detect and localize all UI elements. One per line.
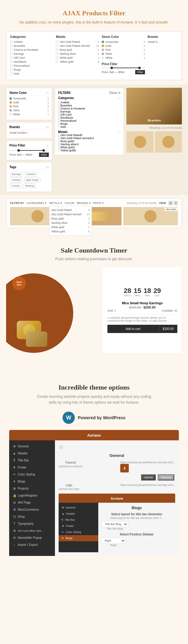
tag-style[interactable]: Style Guide xyxy=(24,178,40,182)
sidebar-projects[interactable]: ⊞ Projects xyxy=(9,485,55,492)
cat-item[interactable]: Sets xyxy=(10,72,53,75)
stone-item[interactable]: Gold1 xyxy=(102,44,145,47)
grid-view-icon[interactable]: ⊞ xyxy=(168,201,173,205)
popup-cat[interactable]: Anklets xyxy=(58,101,121,104)
titlebar-select[interactable]: Title Bar Blog xyxy=(101,521,128,527)
price-panel: Price Filter — Price: $40 — $550 Filter xyxy=(6,140,52,160)
admin-header: Auriane xyxy=(9,430,179,440)
stone-item[interactable]: Amazonite1 xyxy=(102,40,145,43)
popup-metal[interactable]: Sterling silver3 xyxy=(58,143,121,146)
nested-color[interactable]: ✏ Color Styling xyxy=(59,529,98,535)
nested-titlebar[interactable]: ¶ Title Bar xyxy=(59,517,98,523)
stone-item[interactable]: White1 xyxy=(102,56,145,59)
metal-item[interactable]: 18ct Gold Plated5 xyxy=(56,40,99,43)
brands-dropdown[interactable]: BRANDS ▾ xyxy=(77,202,91,205)
popup-cat[interactable]: Personalized xyxy=(58,119,121,122)
stone-item[interactable]: Silver1 xyxy=(9,109,49,112)
sidebar-shop[interactable]: 🛒 Shop xyxy=(9,513,55,520)
categories-dropdown[interactable]: CATEGORIES ▾ xyxy=(27,202,47,205)
popup-metal[interactable]: 18ct Gold Plated Vermeil13 xyxy=(58,137,121,140)
popup-cat[interactable]: Necklaces xyxy=(58,116,121,119)
stone-item[interactable]: Amazonite1 xyxy=(9,97,49,100)
nested-footer[interactable]: ▼ Footer xyxy=(59,523,98,529)
list-view-icon[interactable]: ≡ xyxy=(174,201,178,205)
metal-option[interactable]: 18ct Gold Plated5 xyxy=(51,208,90,212)
filter-btn-2[interactable]: Filter xyxy=(39,153,49,157)
metal-option[interactable]: Yellow gold6 xyxy=(51,229,90,234)
metal-item[interactable]: 18ct Gold Plated Vermeil11 xyxy=(56,44,99,47)
tag-trends[interactable]: Trends xyxy=(10,183,21,188)
popup-metal[interactable]: White gold1 xyxy=(58,146,121,149)
cat-item[interactable]: Anklets xyxy=(10,40,53,43)
tag-earrings[interactable]: Earrings xyxy=(10,172,23,176)
tag-fashion[interactable]: Fashion xyxy=(25,172,37,176)
sidebar-woo[interactable]: ⚙ WooCommerce xyxy=(9,506,55,513)
sidebar-typography[interactable]: T Typography xyxy=(9,520,55,527)
sidebar-header[interactable]: ▲ Header xyxy=(9,450,55,457)
nested-general[interactable]: ⚙ General xyxy=(59,505,98,511)
cat-item[interactable]: Charms & Pendants xyxy=(10,48,53,51)
filter-button[interactable]: Filter xyxy=(135,70,145,74)
tag-jewelry[interactable]: Jewelry xyxy=(10,178,22,182)
nested-header[interactable]: ▲ Header xyxy=(59,511,98,517)
sidebar-api[interactable]: ⚙ API And Other Sett... xyxy=(9,527,55,534)
metal-option[interactable]: White gold1 xyxy=(51,225,90,229)
nested-main: Blogs Select layout for title bar elemen… xyxy=(98,503,175,552)
price-button[interactable]: $200.00 xyxy=(159,325,177,333)
cat-item[interactable]: Personalized xyxy=(10,64,53,67)
sidebar-404[interactable]: ⊟ 404 Page xyxy=(9,499,55,506)
sidebar-position-select[interactable]: Right xyxy=(101,538,126,544)
stone-item[interactable]: Pink2 xyxy=(9,105,49,108)
general-heading: General xyxy=(59,453,175,458)
cat-item[interactable]: Rings xyxy=(10,68,53,71)
popup-cat[interactable]: Gift Card xyxy=(58,113,121,116)
nested-blogs[interactable]: ✦ Blogs xyxy=(59,535,98,541)
cat-item[interactable]: Bracelets xyxy=(10,44,53,47)
sidebar-login[interactable]: 🔒 Login/Register xyxy=(9,492,55,499)
stone-item[interactable]: Gold1 xyxy=(9,101,49,104)
popup-metal[interactable]: 18ct Gold Plated5 xyxy=(58,134,121,137)
metal-item[interactable]: Yellow gold6 xyxy=(56,60,99,63)
add-to-cart-button[interactable]: Add to cart xyxy=(107,325,159,333)
filter-by-label: FILTER BY xyxy=(10,202,24,205)
popup-cat[interactable]: Rings xyxy=(58,122,121,125)
stone-item[interactable]: Silver1 xyxy=(102,52,145,55)
stone-item[interactable]: White1 xyxy=(9,113,49,116)
stone-item[interactable]: Pink2 xyxy=(102,48,145,51)
metals-dropdown[interactable]: METALS ▾ xyxy=(49,202,62,205)
remove-button[interactable]: Remove xyxy=(158,474,174,480)
showing-count: Showing 12 of 50 results xyxy=(126,202,157,205)
metal-item[interactable]: Sterling silver2 xyxy=(56,52,99,55)
tag-working[interactable]: Working xyxy=(23,183,36,188)
sidebar-blogs[interactable]: ✦ Blogs xyxy=(9,478,55,485)
popup-cat[interactable]: Earrings xyxy=(58,110,121,113)
close-button[interactable]: Close ✕ xyxy=(109,91,121,94)
upload-button[interactable]: Upload xyxy=(141,474,156,480)
view-toggle[interactable]: ⊞ ≡ xyxy=(168,201,178,205)
sidebar-titlebar[interactable]: ¶ Title Bar xyxy=(9,457,55,464)
price-dropdown[interactable]: PRICE ▾ xyxy=(93,202,104,205)
popup-metal[interactable]: Rose gold2 xyxy=(58,140,121,143)
metal-option[interactable]: Sterling silver3 xyxy=(51,221,90,225)
admin-body: ⚙ General ▲ Header ¶ Title Bar ▼ Footer … xyxy=(9,440,179,556)
cat-item[interactable]: Gift Card xyxy=(10,56,53,59)
sidebar-general[interactable]: ⚙ General xyxy=(9,443,55,450)
metal-item[interactable]: Rose gold2 xyxy=(56,48,99,51)
cat-item[interactable]: Necklaces xyxy=(10,60,53,63)
popup-cat[interactable]: Charms & Pendants xyxy=(58,107,121,110)
sidebar-footer[interactable]: ▼ Footer xyxy=(9,464,55,471)
sidebar-newsletter[interactable]: ✉ Newsletter Popup xyxy=(9,534,55,541)
cat-item[interactable]: Earrings xyxy=(10,52,53,55)
popup-cat[interactable]: Sets xyxy=(58,125,121,128)
shop-icon: 🛒 xyxy=(13,515,16,518)
metals-label: Metals xyxy=(56,35,99,39)
sidebar-color[interactable]: ✏ Color Styling xyxy=(9,471,55,478)
metal-option[interactable]: Rose gold2 xyxy=(51,217,90,221)
metal-item[interactable]: White gold1 xyxy=(56,56,99,59)
popup-cat[interactable]: Bracelets xyxy=(58,104,121,107)
popup-metal[interactable]: Yellow gold6 xyxy=(58,149,121,152)
brand-item[interactable]: Arieal Gordon 1 xyxy=(9,131,49,134)
sidebar-import[interactable]: ↕ Import / Export xyxy=(9,541,55,548)
metal-option[interactable]: 18ct Gold Plated Vermeil13 xyxy=(51,212,90,217)
color-dropdown[interactable]: COLOR xyxy=(65,202,74,205)
